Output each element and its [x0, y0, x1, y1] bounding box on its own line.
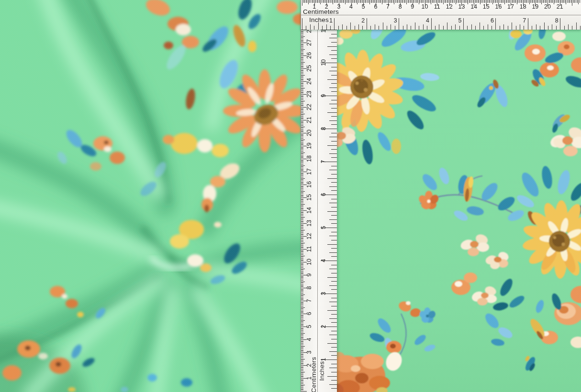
inch-tick — [327, 244, 337, 245]
inch-tick — [329, 170, 337, 170]
inch-tick — [560, 18, 560, 30]
side-ruler-vertical: 1234567891011121314151617181920212223242… — [301, 27, 337, 392]
inch-tick — [516, 26, 516, 30]
inch-tick — [327, 145, 337, 146]
inch-tick — [331, 207, 337, 207]
inch-tick — [331, 388, 337, 389]
inch-tick — [331, 223, 337, 224]
inch-tick — [329, 252, 337, 253]
inch-tick — [326, 24, 327, 30]
inch-tick-label: 8 — [555, 18, 559, 24]
inch-tick — [435, 26, 436, 30]
inch-tick — [329, 285, 337, 286]
inch-tick — [331, 149, 337, 150]
inch-tick — [331, 42, 337, 43]
inch-tick — [500, 26, 500, 30]
inch-tick — [331, 215, 337, 216]
inch-tick — [463, 18, 464, 30]
inch-tick — [331, 83, 337, 84]
inch-tick — [572, 26, 572, 30]
inch-tick — [362, 26, 363, 30]
inch-tick — [576, 22, 577, 30]
inch-tick — [329, 87, 337, 88]
inch-tick — [508, 26, 508, 30]
inch-tick-label: 3 — [394, 18, 397, 24]
top-ruler-inch-scale: 12345678 — [301, 0, 581, 30]
inch-tick-label: 4 — [321, 259, 327, 262]
inch-tick — [495, 18, 496, 30]
inch-tick — [327, 211, 337, 212]
inch-tick — [327, 343, 337, 344]
inch-tick — [447, 22, 447, 30]
inch-tick — [346, 26, 347, 30]
inch-tick — [536, 24, 536, 30]
inch-tick-label: 8 — [321, 127, 327, 131]
inch-tick — [564, 26, 565, 30]
inch-tick — [471, 24, 472, 30]
inch-tick — [329, 71, 337, 71]
inch-tick — [411, 26, 411, 30]
inch-tick — [459, 26, 460, 30]
inch-tick — [331, 306, 337, 306]
inch-tick — [331, 190, 337, 191]
inch-tick — [338, 26, 339, 30]
inch-tick — [327, 277, 337, 278]
inch-tick — [331, 100, 337, 100]
inch-tick — [488, 24, 488, 30]
inch-tick — [556, 26, 557, 30]
inch-tick-label: 4 — [426, 18, 429, 24]
inch-tick — [329, 269, 337, 269]
inch-tick-label: 1 — [329, 18, 333, 24]
inch-tick — [492, 26, 492, 30]
inch-tick — [355, 26, 355, 30]
inch-tick-label: 6 — [321, 193, 327, 196]
inch-tick — [391, 24, 391, 30]
inch-tick — [399, 18, 399, 30]
inch-tick — [331, 331, 337, 331]
inch-tick-label: 5 — [321, 226, 327, 229]
inch-tick — [423, 24, 424, 30]
inch-tick — [331, 339, 337, 339]
inch-tick — [331, 199, 337, 199]
fabric-swirl-photo — [0, 0, 301, 392]
inch-tick — [329, 318, 337, 319]
inch-tick-label: 2 — [361, 18, 365, 24]
inch-tick-label: 3 — [321, 292, 327, 295]
inch-tick — [370, 26, 371, 30]
inch-tick — [512, 22, 512, 30]
inch-tick — [331, 133, 337, 133]
inch-tick — [467, 26, 468, 30]
inch-tick — [552, 24, 552, 30]
inch-tick — [331, 174, 337, 174]
inch-tick — [375, 24, 375, 30]
inch-tick — [331, 116, 337, 117]
inch-tick — [327, 112, 337, 113]
inch-tick — [329, 203, 337, 203]
inch-tick — [528, 18, 528, 30]
swirl-fabric-art — [0, 0, 301, 392]
inch-tick — [350, 22, 351, 30]
inch-tick-label: 9 — [321, 94, 327, 98]
inch-tick — [331, 157, 337, 158]
inch-tick — [314, 26, 314, 30]
inch-tick-label: 6 — [491, 18, 494, 24]
fabric-texture-overlay — [0, 0, 301, 392]
inch-tick — [331, 34, 337, 34]
top-ruler-horizontal: 123456789101112131415161718192021 Centim… — [301, 0, 581, 30]
inch-tick — [329, 236, 337, 236]
inch-tick — [407, 24, 407, 30]
side-ruler-inches-label: Inches — [319, 361, 325, 381]
inch-tick — [329, 54, 337, 55]
inch-tick — [331, 289, 337, 290]
inch-tick — [331, 298, 337, 298]
inch-tick — [331, 380, 337, 381]
inch-tick — [403, 26, 403, 30]
inch-tick — [327, 310, 337, 311]
inch-tick — [475, 26, 476, 30]
inch-tick — [331, 372, 337, 372]
inch-tick — [331, 50, 337, 51]
inch-tick — [329, 120, 337, 121]
inch-tick — [443, 26, 444, 30]
inch-tick — [331, 265, 337, 265]
inch-tick — [383, 22, 383, 30]
